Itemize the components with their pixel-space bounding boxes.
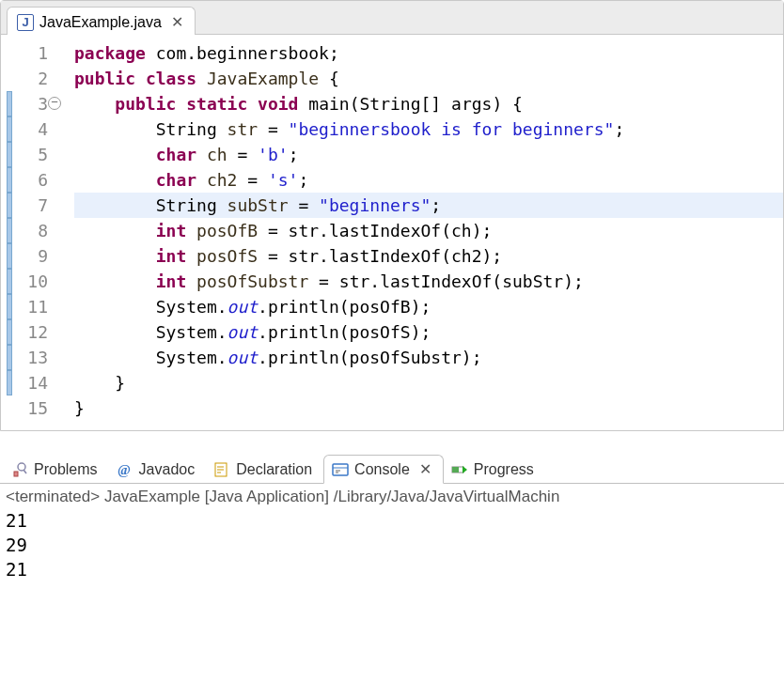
editor-pane: J JavaExample.java ✕ 123−456789101112131… (0, 0, 784, 431)
change-marker (7, 345, 12, 370)
code-line[interactable]: System.out.println(posOfB); (74, 294, 783, 319)
marker-column (1, 40, 16, 421)
tab-progress[interactable]: Progress (444, 457, 545, 483)
line-number: 3− (16, 91, 48, 116)
code-line[interactable]: } (74, 370, 783, 395)
line-number: 8 (16, 218, 48, 243)
change-marker (7, 116, 12, 142)
code-line[interactable]: public class JavaExample { (74, 66, 783, 91)
line-number: 9 (16, 243, 48, 269)
code-area[interactable]: 123−456789101112131415 package com.begin… (1, 35, 783, 430)
line-number: 15 (16, 395, 48, 421)
editor-tab-bar: J JavaExample.java ✕ (1, 1, 783, 35)
declaration-icon (213, 461, 230, 478)
editor-tab-label: JavaExample.java (39, 14, 162, 31)
close-icon[interactable]: ✕ (171, 13, 183, 31)
line-number: 5 (16, 142, 48, 167)
change-marker (7, 370, 12, 395)
tab-console-label: Console (354, 461, 410, 478)
change-marker (7, 40, 12, 66)
line-number: 4 (16, 116, 48, 142)
line-number: 6 (16, 167, 48, 193)
console-line: 29 (6, 533, 778, 557)
line-number: 12 (16, 319, 48, 345)
svg-line-2 (24, 470, 26, 473)
java-file-icon: J (17, 14, 34, 31)
code-content[interactable]: package com.beginnersbook;public class J… (54, 40, 783, 421)
console-line: 21 (6, 508, 778, 533)
code-line[interactable]: package com.beginnersbook; (74, 40, 783, 66)
code-line[interactable]: char ch = 'b'; (74, 142, 783, 167)
svg-point-1 (18, 463, 25, 471)
console-status: <terminated> JavaExample [Java Applicati… (0, 484, 784, 508)
code-line[interactable]: } (74, 395, 783, 421)
svg-marker-14 (463, 466, 467, 473)
change-marker (7, 193, 12, 218)
svg-rect-0 (14, 472, 18, 476)
code-line[interactable]: String str = "beginnersbook is for begin… (74, 116, 783, 142)
svg-rect-8 (333, 464, 348, 475)
tab-progress-label: Progress (474, 461, 534, 478)
console-icon (332, 461, 349, 478)
bottom-tab-bar: Problems @ Javadoc Declaration Console ✕ (0, 452, 784, 484)
tab-javadoc-label: Javadoc (139, 461, 196, 478)
tab-javadoc[interactable]: @ Javadoc (109, 457, 207, 483)
code-line[interactable]: public static void main(String[] args) { (74, 91, 783, 116)
line-number: 14 (16, 370, 48, 395)
line-number: 13 (16, 345, 48, 370)
change-marker (7, 319, 12, 345)
tab-declaration[interactable]: Declaration (206, 457, 323, 483)
line-number: 2 (16, 66, 48, 91)
code-line[interactable]: String subStr = "beginners"; (74, 193, 783, 218)
code-line[interactable]: System.out.println(posOfS); (74, 319, 783, 345)
change-marker (7, 218, 12, 243)
problems-icon (11, 461, 28, 478)
fold-toggle-icon[interactable]: − (48, 97, 61, 110)
console-line: 21 (6, 557, 778, 581)
code-line[interactable]: System.out.println(posOfSubstr); (74, 345, 783, 370)
bottom-pane: Problems @ Javadoc Declaration Console ✕ (0, 452, 784, 581)
javadoc-icon: @ (117, 461, 133, 478)
line-number: 11 (16, 294, 48, 319)
code-line[interactable]: int posOfB = str.lastIndexOf(ch); (74, 218, 783, 243)
line-number: 10 (16, 269, 48, 294)
change-marker (7, 395, 12, 421)
change-marker (7, 294, 12, 319)
progress-icon (451, 461, 468, 478)
change-marker (7, 91, 12, 116)
code-line[interactable]: int posOfSubstr = str.lastIndexOf(subStr… (74, 269, 783, 294)
tab-console[interactable]: Console ✕ (323, 455, 444, 484)
line-number: 7 (16, 193, 48, 218)
console-output[interactable]: 212921 (0, 508, 784, 581)
svg-rect-13 (452, 467, 459, 473)
code-line[interactable]: char ch2 = 's'; (74, 167, 783, 193)
change-marker (7, 142, 12, 167)
change-marker (7, 167, 12, 193)
code-line[interactable]: int posOfS = str.lastIndexOf(ch2); (74, 243, 783, 269)
tab-problems-label: Problems (34, 461, 98, 478)
tab-problems[interactable]: Problems (4, 457, 109, 483)
line-number-gutter: 123−456789101112131415 (16, 40, 54, 421)
line-number: 1 (16, 40, 48, 66)
change-marker (7, 269, 12, 294)
editor-tab-active[interactable]: J JavaExample.java ✕ (7, 7, 196, 35)
change-marker (7, 66, 12, 91)
change-marker (7, 243, 12, 269)
tab-declaration-label: Declaration (236, 461, 312, 478)
svg-text:@: @ (118, 462, 131, 477)
close-icon[interactable]: ✕ (419, 460, 431, 478)
